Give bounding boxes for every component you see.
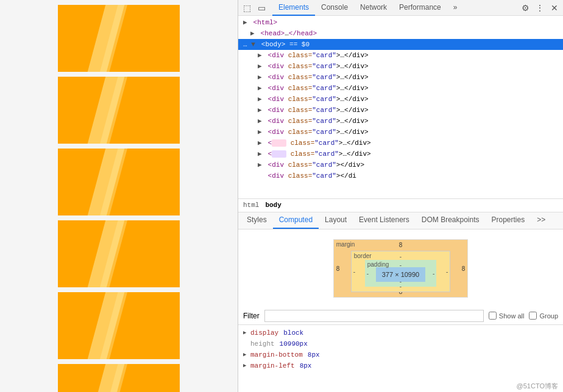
show-all-checkbox[interactable] xyxy=(489,312,497,320)
margin-label: margin xyxy=(336,241,355,248)
padding-left-dash: - xyxy=(367,270,369,276)
filter-input[interactable] xyxy=(264,310,484,322)
dom-line-div-4[interactable]: ▶ <div class="card">…</div> xyxy=(238,83,563,94)
tab-console[interactable]: Console xyxy=(315,0,354,16)
group-checkbox[interactable] xyxy=(529,312,537,320)
computed-tabs: Styles Computed Layout Event Listeners D… xyxy=(238,212,563,229)
prop-name-margin-bottom: margin-bottom xyxy=(250,349,303,360)
tab-dom-breakpoints[interactable]: DOM Breakpoints xyxy=(416,212,486,229)
padding-bottom-dash: - xyxy=(400,278,402,285)
margin-left-value: 8 xyxy=(336,265,340,271)
dom-line-div-11[interactable]: ▶ <div class="card"></div> xyxy=(238,159,563,170)
expand-margin-bottom[interactable]: ▶ xyxy=(243,349,250,360)
card-preview-4 xyxy=(58,220,180,287)
tab-computed[interactable]: Computed xyxy=(273,212,319,229)
dom-line-div-2[interactable]: ▶ <div class="card">…</div> xyxy=(238,61,563,72)
margin-right-value: 8 xyxy=(462,265,466,271)
dom-line-html[interactable]: ▶ <html> xyxy=(238,17,563,28)
prop-name-height: height xyxy=(250,338,275,349)
dom-line-div-5[interactable]: ▶ <div class="card">…</div> xyxy=(238,94,563,105)
expand-display[interactable]: ▶ xyxy=(243,327,250,338)
box-border: border - - - - padding - - - - xyxy=(351,251,450,292)
card-preview-3 xyxy=(58,149,180,215)
device-icon[interactable]: ▭ xyxy=(255,2,267,14)
left-panel xyxy=(0,0,238,392)
dom-line-div-3[interactable]: ▶ <div class="card">…</div> xyxy=(238,72,563,83)
content-dimensions: 377 × 10990 xyxy=(382,271,419,278)
cursor-icon[interactable]: ⬚ xyxy=(241,2,253,14)
margin-top-value: 8 xyxy=(399,242,403,248)
card-preview-2 xyxy=(58,77,180,144)
expand-height xyxy=(243,338,250,349)
card-preview-1 xyxy=(58,5,180,72)
card-preview-6 xyxy=(58,364,180,392)
border-left-dash: - xyxy=(353,268,355,275)
tab-event-listeners[interactable]: Event Listeners xyxy=(353,212,416,229)
toolbar-left-icons: ⬚ ▭ xyxy=(241,2,267,14)
group-label: Group xyxy=(539,312,558,320)
close-icon[interactable]: ✕ xyxy=(548,2,561,14)
watermark: @51CTO博客 xyxy=(517,382,558,391)
box-model-container: margin 8 8 8 8 border - - - - paddin xyxy=(238,229,563,307)
dom-line-div-8[interactable]: ▶ <div class="card">…</div> xyxy=(238,127,563,138)
breadcrumb-body[interactable]: body xyxy=(263,201,283,209)
border-label: border xyxy=(354,253,372,259)
devtools-toolbar: ⬚ ▭ Elements Console Network Performance… xyxy=(238,0,563,16)
bottom-section: Styles Computed Layout Event Listeners D… xyxy=(238,212,563,393)
menu-icon[interactable]: ⋮ xyxy=(534,2,546,14)
dom-line-div-9[interactable]: ▶ < class="card">…</div> xyxy=(238,138,563,149)
tab-network[interactable]: Network xyxy=(354,0,393,16)
breadcrumb-html[interactable]: html xyxy=(241,201,261,209)
tab-more-bottom[interactable]: >> xyxy=(531,212,551,229)
tab-properties[interactable]: Properties xyxy=(486,212,531,229)
filter-label: Filter xyxy=(243,312,260,320)
padding-right-dash: - xyxy=(433,270,434,276)
expand-margin-left[interactable]: ▶ xyxy=(243,360,250,371)
css-prop-height: height 10990px xyxy=(243,338,558,349)
box-model: margin 8 8 8 8 border - - - - paddin xyxy=(333,239,468,298)
group-group: Group xyxy=(529,312,558,320)
tab-layout[interactable]: Layout xyxy=(319,212,353,229)
prop-value-display: block xyxy=(283,327,303,338)
padding-top-dash: - xyxy=(400,262,402,268)
elements-panel[interactable]: ▶ <html> ▶ <head>…</head> … ▼ <body> == … xyxy=(238,16,563,199)
devtools-main-tabs: Elements Console Network Performance » xyxy=(272,0,519,16)
prop-name-margin-left: margin-left xyxy=(250,360,295,371)
dom-line-div-1[interactable]: ▶ <div class="card">…</div> xyxy=(238,50,563,61)
tab-more[interactable]: » xyxy=(447,0,464,16)
expand-html[interactable]: ▶ xyxy=(243,18,249,27)
dom-line-body[interactable]: … ▼ <body> == $0 xyxy=(238,39,563,50)
dom-line-head[interactable]: ▶ <head>…</head> xyxy=(238,28,563,39)
tab-performance[interactable]: Performance xyxy=(393,0,447,16)
card-preview-5 xyxy=(58,292,180,359)
dom-line-div-6[interactable]: ▶ <div class="card">…</div> xyxy=(238,105,563,116)
prop-value-margin-bottom: 8px xyxy=(308,349,320,360)
css-properties: ▶ display block height 10990px ▶ margin-… xyxy=(238,325,563,393)
dom-line-div-12[interactable]: <div class="card"></di xyxy=(238,170,563,181)
breadcrumb-bar: html body xyxy=(238,199,563,212)
prop-value-margin-left: 8px xyxy=(300,360,312,371)
toolbar-right-icons: ⚙ ⋮ ✕ xyxy=(519,2,561,14)
filter-row: Filter Show all Group xyxy=(238,307,563,325)
devtools-panel: ⬚ ▭ Elements Console Network Performance… xyxy=(238,0,563,392)
padding-label: padding xyxy=(367,261,389,268)
box-padding: padding - - - - 377 × 10990 xyxy=(365,260,436,287)
show-all-label: Show all xyxy=(499,312,525,320)
css-prop-margin-left: ▶ margin-left 8px xyxy=(243,360,558,371)
dom-line-div-10[interactable]: ▶ < class="card">…</div> xyxy=(238,149,563,159)
show-all-group: Show all xyxy=(489,312,525,320)
box-margin: margin 8 8 8 8 border - - - - paddin xyxy=(333,239,468,298)
settings-icon[interactable]: ⚙ xyxy=(519,2,531,14)
tab-styles[interactable]: Styles xyxy=(241,212,273,229)
prop-name-display: display xyxy=(250,327,278,338)
css-prop-margin-bottom: ▶ margin-bottom 8px xyxy=(243,349,558,360)
border-right-dash: - xyxy=(446,268,448,275)
border-top-dash: - xyxy=(400,253,402,260)
expand-head[interactable]: ▶ xyxy=(250,29,257,38)
prop-value-height: 10990px xyxy=(280,338,308,349)
tab-elements[interactable]: Elements xyxy=(272,0,315,16)
css-prop-display: ▶ display block xyxy=(243,327,558,338)
dom-line-div-7[interactable]: ▶ <div class="card">…</div> xyxy=(238,116,563,127)
